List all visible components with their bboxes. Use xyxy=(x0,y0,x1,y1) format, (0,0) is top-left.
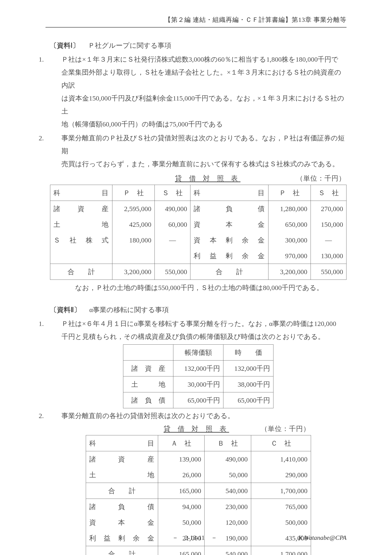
t1-r4l xyxy=(50,248,112,264)
table3-unit: （単位：千円） xyxy=(261,422,310,435)
section-2-body: α事業の移転に関する事項 xyxy=(89,306,169,314)
page-footer: － 2-13-11 － K.Watanabe@CPA xyxy=(0,532,392,544)
t1-r5rp: 3,200,000 xyxy=(268,264,311,280)
t3-r1b: 490,000 xyxy=(205,451,251,467)
t1-r3s: ― xyxy=(155,232,190,248)
table1-note: なお，Ｐ社の土地の時価は550,000千円，Ｓ社の土地の時価は80,000千円で… xyxy=(50,281,347,294)
t2-r3l: 諸 負 債 xyxy=(123,392,173,408)
sec2-i1-line1: Ｐ社は×６年４月１日にα事業を移転する事業分離を行った。なお，α事業の時価は12… xyxy=(61,320,336,327)
t1-r4s xyxy=(155,248,190,264)
t3-r1a: 139,000 xyxy=(158,451,205,467)
t2-r3f: 65,000千円 xyxy=(223,392,274,408)
t3-r4c: 765,000 xyxy=(251,499,311,515)
t3-h-b: Ｂ 社 xyxy=(205,435,251,451)
t1-r4rl: 利 益 剰 余 金 xyxy=(190,248,268,264)
sec2-item2: 2.事業分離直前の各社の貸借対照表は次のとおりである。 xyxy=(61,409,347,422)
sec2-item1: 1.Ｐ社は×６年４月１日にα事業を移転する事業分離を行った。なお，α事業の時価は… xyxy=(61,317,347,330)
t1-r1p: 2,595,000 xyxy=(112,201,155,217)
t3-r7c: 1,700,000 xyxy=(251,546,311,555)
t2-r3b: 65,000千円 xyxy=(173,392,223,408)
t3-h-c: Ｃ 社 xyxy=(251,435,311,451)
t3-r7a: 165,000 xyxy=(158,546,205,555)
t3-r4a: 94,000 xyxy=(158,499,205,515)
t3-h-kamoku: 科 目 xyxy=(86,435,158,451)
t2-r1l: 諸 資 産 xyxy=(123,360,173,376)
t2-r2l: 土 地 xyxy=(123,376,173,392)
author-tag: K.Watanabe@CPA xyxy=(298,532,347,544)
t3-r5l: 資 本 金 xyxy=(86,515,158,530)
t1-r3l: Ｓ 社 株 式 xyxy=(50,232,112,248)
t1-r2rs: 150,000 xyxy=(311,217,346,232)
t1-h-p-r: Ｐ 社 xyxy=(268,185,311,201)
t3-r1l: 諸 資 産 xyxy=(86,451,158,467)
t3-r3c: 1,700,000 xyxy=(251,483,311,499)
table3-title: 貸 借 対 照 表 xyxy=(132,422,261,435)
sec1-i1-line2: 企業集団外部より取得し，Ｓ社を連結子会社とした。×１年３月末におけるＳ社の純資産… xyxy=(50,66,347,92)
sec1-i1-line4: 地（帳簿価額60,000千円）の時価は75,000千円である xyxy=(50,117,347,131)
t3-r3l: 合 計 xyxy=(86,483,158,499)
t3-r2l: 土 地 xyxy=(86,467,158,483)
t3-r1c: 1,410,000 xyxy=(251,451,311,467)
document-body: 〔資料Ⅰ〕 Ｐ社グループに関する事項 1.Ｐ社は×１年３月末にＳ社発行済株式総数… xyxy=(45,39,347,555)
table1-wrap: 貸 借 対 照 表 （単位：千円） 科 目 Ｐ 社 Ｓ 社 科 目 Ｐ 社 Ｓ … xyxy=(50,172,347,280)
t2-r2b: 30,000千円 xyxy=(173,376,223,392)
t1-r1rp: 1,280,000 xyxy=(268,201,311,217)
section-2-title: 〔資料Ⅱ〕 α事業の移転に関する事項 xyxy=(50,303,347,316)
sec1-i1-line1: Ｐ社は×１年３月末にＳ社発行済株式総数3,000株の60％に相当する1,800株… xyxy=(61,56,338,63)
section-1-title: 〔資料Ⅰ〕 Ｐ社グループに関する事項 xyxy=(50,39,347,52)
t3-r3b: 540,000 xyxy=(205,483,251,499)
section-2-prefix: 〔資料Ⅱ〕 xyxy=(50,306,81,314)
t1-r5p: 3,200,000 xyxy=(112,264,155,280)
t1-r4rs: 130,000 xyxy=(311,248,346,264)
t2-r2f: 38,000千円 xyxy=(223,376,274,392)
t1-r3rp: 300,000 xyxy=(268,232,311,248)
t3-r5c: 500,000 xyxy=(251,515,311,530)
table1-unit: （単位：千円） xyxy=(296,172,346,185)
t1-r5l: 合 計 xyxy=(50,264,112,280)
t1-r1s: 490,000 xyxy=(155,201,190,217)
sec2-i2-line: 事業分離直前の各社の貸借対照表は次のとおりである。 xyxy=(61,412,234,419)
t1-r1l: 諸 資 産 xyxy=(50,201,112,217)
t1-r5rs: 550,000 xyxy=(311,264,346,280)
t1-h-p-l: Ｐ 社 xyxy=(112,185,155,201)
sec1-i2-line2: 売買は行っておらず，また，事業分離直前において保有する株式はＳ社株式のみである。 xyxy=(50,157,347,170)
section-1-body: Ｐ社グループに関する事項 xyxy=(88,42,171,49)
t3-r3a: 165,000 xyxy=(158,483,205,499)
t3-r2a: 26,000 xyxy=(158,467,205,483)
t3-r2c: 290,000 xyxy=(251,467,311,483)
sec1-i2-line1: 事業分離直前のＰ社及びＳ社の貸借対照表は次のとおりである。なお，Ｐ社は有価証券の… xyxy=(61,134,345,155)
t3-h-a: Ａ 社 xyxy=(158,435,205,451)
t1-r3rl: 資 本 剰 余 金 xyxy=(190,232,268,248)
t2-h-fair: 時 価 xyxy=(223,345,274,360)
t1-r1rs: 270,000 xyxy=(311,201,346,217)
balance-sheet-ps: 科 目 Ｐ 社 Ｓ 社 科 目 Ｐ 社 Ｓ 社 諸 資 産 2,595,000 … xyxy=(50,185,347,280)
t3-r5a: 50,000 xyxy=(158,515,205,530)
table1-title: 貸 借 対 照 表 xyxy=(119,172,296,185)
t1-r5s: 550,000 xyxy=(155,264,190,280)
table2-wrap: 帳簿価額 時 価 諸 資 産 132,000千円 132,000千円 土 地 3… xyxy=(50,344,347,408)
section-1-prefix: 〔資料Ⅰ〕 xyxy=(50,42,79,49)
t1-r2l: 土 地 xyxy=(50,217,112,232)
t1-r2rp: 650,000 xyxy=(268,217,311,232)
t1-r2rl: 資 本 金 xyxy=(190,217,268,232)
t3-r7l: 合 計 xyxy=(86,546,158,555)
header-breadcrumb: 【第２編 連結・組織再編・ＣＦ計算書編】第13章 事業分離等 xyxy=(45,14,347,26)
t3-r7b: 540,000 xyxy=(205,546,251,555)
t1-h-kamoku-l: 科 目 xyxy=(50,185,112,201)
t1-r2s: 60,000 xyxy=(155,217,190,232)
sec1-i1-line3: は資本金150,000千円及び利益剰余金115,000千円である。なお，×１年３… xyxy=(50,92,347,117)
t3-r2b: 50,000 xyxy=(205,467,251,483)
t1-h-s-l: Ｓ 社 xyxy=(155,185,190,201)
t2-h-blank xyxy=(123,345,173,360)
t3-r5b: 120,000 xyxy=(205,515,251,530)
t1-h-kamoku-r: 科 目 xyxy=(190,185,268,201)
t2-h-book: 帳簿価額 xyxy=(173,345,223,360)
sec1-item1: 1.Ｐ社は×１年３月末にＳ社発行済株式総数3,000株の60％に相当する1,80… xyxy=(61,53,347,66)
t1-r3p: 180,000 xyxy=(112,232,155,248)
alpha-business-table: 帳簿価額 時 価 諸 資 産 132,000千円 132,000千円 土 地 3… xyxy=(123,344,274,408)
t1-r4rp: 970,000 xyxy=(268,248,311,264)
page-number: － 2-13-11 － xyxy=(91,532,298,544)
sec2-i1-line2: 千円と見積もられ，その構成資産及び負債の帳簿価額及び時価は次のとおりである。 xyxy=(50,330,347,343)
t1-r5rl: 合 計 xyxy=(190,264,268,280)
sec1-item2: 2.事業分離直前のＰ社及びＳ社の貸借対照表は次のとおりである。なお，Ｐ社は有価証… xyxy=(61,131,347,157)
